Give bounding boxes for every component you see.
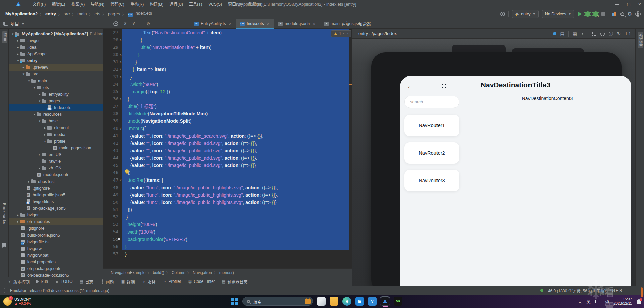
file-encoding[interactable]: UTF-8 bbox=[610, 288, 622, 293]
menu-导航(N)[interactable]: 导航(N) bbox=[88, 0, 107, 9]
next-warning-icon[interactable]: ˅ bbox=[347, 32, 348, 35]
code-line-37[interactable]: 37 .title("主标题") bbox=[103, 103, 352, 110]
code-line-47[interactable]: 47∨ .toolBar({items: [ bbox=[103, 176, 352, 184]
tree-item-en_US[interactable]: ▸en_US bbox=[9, 151, 103, 158]
minimize-button[interactable]: — bbox=[615, 0, 619, 9]
project-panel-header[interactable]: 项目 ▼ bbox=[3, 20, 25, 27]
tree-item-hvigorfile.ts[interactable]: hvigorfile.ts bbox=[9, 239, 103, 245]
code-line-29[interactable]: 29 .title("NavDestinationTitle" + item) bbox=[103, 44, 352, 51]
toolwin-button-日志[interactable]: ▤日志 bbox=[76, 277, 96, 286]
chevron-icon[interactable]: ▾ bbox=[11, 32, 15, 36]
tree-item-rawfile[interactable]: rawfile bbox=[9, 158, 103, 165]
breadcrumb-item[interactable]: src bbox=[62, 11, 71, 16]
tree-item-entry[interactable]: ▾entry bbox=[9, 57, 103, 64]
prev-warning-icon[interactable]: ˄ bbox=[343, 32, 344, 35]
network-icon[interactable] bbox=[595, 300, 600, 303]
menu-构建(B)[interactable]: 构建(B) bbox=[147, 0, 166, 9]
tree-item-.gitignore[interactable]: .gitignore bbox=[9, 225, 103, 232]
scrollbar-thumb[interactable] bbox=[641, 287, 643, 297]
tree-item-.gitignore[interactable]: .gitignore bbox=[9, 185, 103, 192]
toolwin-button-版本控制[interactable]: ⑂版本控制 bbox=[5, 277, 32, 286]
microsoft-store-button[interactable]: ⊞ bbox=[355, 297, 364, 306]
code-line-31[interactable]: 31∧ } bbox=[103, 58, 352, 66]
zoom-out-icon[interactable]: − bbox=[600, 32, 605, 36]
tab-Index.ets[interactable]: ETSIndex.ets✕ bbox=[236, 19, 274, 29]
fold-marker-icon[interactable]: ∧ bbox=[119, 51, 122, 58]
tree-item-hvigor[interactable]: ▸hvigor bbox=[9, 212, 103, 218]
toolwin-button-TODO[interactable]: ≡TODO bbox=[52, 277, 75, 286]
chevron-icon[interactable]: ▾ bbox=[32, 113, 36, 116]
select-opened-file-icon[interactable] bbox=[113, 21, 118, 26]
tree-item-resources[interactable]: ▾resources bbox=[9, 111, 103, 118]
caret-position[interactable]: 46:9 (1830 个字符, 56 行个中断) bbox=[548, 288, 606, 293]
code-line-40[interactable]: 40∨ .menus([ bbox=[103, 125, 352, 132]
code-line-49[interactable]: 49 {value: "func", icon: "./image/ic_pub… bbox=[103, 191, 352, 199]
toolwin-button-问题[interactable]: ❕问题 bbox=[97, 277, 117, 286]
notification-bell-icon[interactable] bbox=[637, 299, 641, 304]
code-line-38[interactable]: 38 .titleMode(NavigationTitleMode.Mini) bbox=[103, 110, 352, 117]
inspection-widget[interactable]: 1 ˄ ˅ bbox=[331, 30, 351, 37]
chevron-icon[interactable]: ▸ bbox=[43, 126, 47, 130]
code-line-50[interactable]: 50 {value: "func", icon: "./image/ic_pub… bbox=[103, 199, 352, 206]
chevron-icon[interactable]: ▸ bbox=[27, 180, 31, 183]
toolwin-button-预览器日志[interactable]: ▤预览器日志 bbox=[219, 277, 250, 286]
editor-breadcrumb-item[interactable]: Column bbox=[172, 270, 185, 275]
fit-screen-icon[interactable] bbox=[592, 32, 596, 36]
locate-target-icon[interactable] bbox=[500, 12, 505, 16]
search-input[interactable]: search... bbox=[404, 96, 459, 108]
tree-item-build-profile.json5[interactable]: build-profile.json5 bbox=[9, 192, 103, 198]
hidden-icons-chevron[interactable]: ︿ bbox=[578, 299, 582, 304]
nav-router-card[interactable]: NavRouter3 bbox=[404, 170, 459, 191]
deveco-studio-button[interactable] bbox=[381, 297, 389, 306]
menu-工具(T)[interactable]: 工具(T) bbox=[186, 0, 205, 9]
menu-代码(C)[interactable]: 代码(C) bbox=[107, 0, 127, 9]
code-line-51[interactable]: 51 ]}) bbox=[103, 206, 352, 213]
chevron-icon[interactable]: ▾ bbox=[21, 72, 26, 76]
vscode-button[interactable]: V bbox=[368, 297, 377, 306]
run-button[interactable] bbox=[578, 12, 582, 16]
code-line-33[interactable]: 33∧ } bbox=[103, 73, 352, 81]
tree-item-.hvigor[interactable]: ▸.hvigor bbox=[9, 37, 103, 44]
stop-button[interactable] bbox=[601, 12, 605, 16]
attach-debugger-button[interactable] bbox=[593, 11, 598, 17]
chevron-icon[interactable]: ▾ bbox=[38, 119, 42, 123]
code-line-27[interactable]: 27 Text("NavDestinationContent" + item) bbox=[103, 29, 352, 36]
tree-item-oh_modules[interactable]: ▸oh_modules bbox=[9, 218, 103, 225]
bookmark-icon[interactable] bbox=[2, 243, 6, 248]
breadcrumb-item[interactable]: main bbox=[76, 11, 88, 16]
breadcrumb-item[interactable]: MyApplication2 bbox=[4, 11, 39, 16]
tab-module.json5[interactable]: J5module.json5✕ bbox=[274, 19, 320, 29]
code-line-57[interactable]: 57} bbox=[103, 250, 352, 258]
layers-icon[interactable]: ▤ bbox=[560, 31, 564, 36]
editor-breadcrumb-item[interactable]: NavigationExample bbox=[111, 270, 145, 275]
search-icon[interactable] bbox=[620, 12, 624, 16]
fold-marker-icon[interactable]: ∧ bbox=[119, 73, 122, 81]
menu-运行(U)[interactable]: 运行(U) bbox=[166, 0, 186, 9]
chevron-icon[interactable]: ▸ bbox=[16, 46, 20, 49]
chevron-icon[interactable]: ▸ bbox=[16, 220, 20, 223]
tree-item-oh-package-lock.json5[interactable]: oh-package-lock.json5 bbox=[9, 272, 103, 277]
taskbar-widget[interactable]: 1 USD/CNY ▲ +0.24% bbox=[3, 297, 31, 306]
account-avatar[interactable] bbox=[635, 11, 641, 17]
tree-item-Index.ets[interactable]: Index.ets bbox=[9, 104, 103, 111]
chevron-icon[interactable]: ▾ bbox=[16, 59, 20, 62]
tree-item-build-profile.json5[interactable]: build-profile.json5 bbox=[9, 232, 103, 239]
menu-VCS(S)[interactable]: VCS(S) bbox=[205, 0, 225, 9]
tree-item-base[interactable]: ▾base bbox=[9, 118, 103, 124]
code-line-36[interactable]: 36∧ } bbox=[103, 95, 352, 103]
editor-breadcrumb-item[interactable]: build() bbox=[153, 270, 164, 275]
datagrip-button[interactable]: DG bbox=[394, 297, 402, 306]
clock[interactable]: 15:37 2023/12/11 bbox=[614, 297, 632, 306]
multi-profile-icon[interactable]: ▦ bbox=[573, 31, 577, 36]
tree-item-src[interactable]: ▾src bbox=[9, 71, 103, 78]
code-line-52[interactable]: 52 } bbox=[103, 213, 352, 221]
tree-item-local.properties[interactable]: local.properties bbox=[9, 259, 103, 265]
code-editor[interactable]: 27 Text("NavDestinationContent" + item)2… bbox=[103, 29, 352, 268]
menu-文件(F)[interactable]: 文件(F) bbox=[30, 0, 49, 9]
gear-icon[interactable]: ⚙ bbox=[146, 21, 150, 27]
code-line-46[interactable]: 46 ]) bbox=[103, 169, 352, 176]
edge-browser-button[interactable]: e bbox=[342, 297, 351, 306]
chevron-icon[interactable]: ▾ bbox=[38, 99, 42, 103]
code-line-32[interactable]: 32∧ }, item => item) bbox=[103, 66, 352, 73]
toolwin-button-Profiler[interactable]: ◔Profiler bbox=[160, 277, 184, 286]
